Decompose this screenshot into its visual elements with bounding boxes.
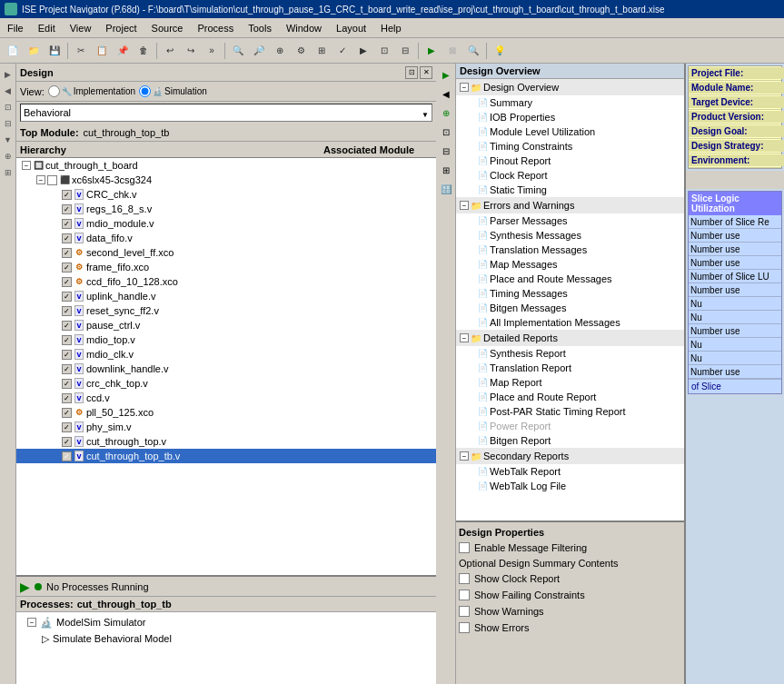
tree-checkbox[interactable]: ✓ [62, 219, 72, 229]
ov-item-0-6[interactable]: 📄Static Timing [456, 183, 684, 197]
ov-section-0[interactable]: −📁Design Overview [456, 79, 684, 95]
tree-item-1[interactable]: −⬛xc6slx45-3csg324 [16, 173, 436, 187]
tree-item-11[interactable]: ✓vpause_ctrl.v [16, 318, 436, 332]
ov-item-0-0[interactable]: 📄Summary [456, 95, 684, 110]
left-icon-3[interactable]: ⊡ [1, 100, 15, 114]
tb-play-green[interactable]: ▶ [422, 41, 442, 61]
menu-layout[interactable]: Layout [329, 21, 373, 35]
tb-bulb[interactable]: 💡 [490, 41, 510, 61]
ov-item-0-1[interactable]: 📄IOB Properties [456, 110, 684, 124]
tb-paste[interactable]: 📌 [113, 41, 133, 61]
menu-help[interactable]: Help [373, 21, 409, 35]
left-icon-2[interactable]: ◀ [1, 84, 15, 98]
float-btn-5[interactable]: ⊟ [437, 142, 455, 160]
menu-window[interactable]: Window [279, 21, 329, 35]
tb-delete[interactable]: 🗑 [134, 41, 154, 61]
process-item-0[interactable]: −🔬ModelSim Simulator [20, 614, 432, 630]
tb-stop-red[interactable]: ⊠ [442, 41, 462, 61]
ov-section-expand[interactable]: − [460, 201, 469, 210]
float-btn-6[interactable]: ⊞ [437, 161, 455, 179]
tree-checkbox[interactable]: ✓ [62, 451, 72, 461]
ov-item-1-1[interactable]: 📄Synthesis Messages [456, 228, 684, 243]
ov-section-2[interactable]: −📁Detailed Reports [456, 330, 684, 346]
tree-checkbox[interactable]: ✓ [62, 422, 72, 432]
ov-section-3[interactable]: −📁Secondary Reports [456, 448, 684, 464]
menu-project[interactable]: Project [98, 21, 144, 35]
ov-section-expand[interactable]: − [460, 83, 469, 92]
tree-checkbox[interactable]: ✓ [62, 379, 72, 389]
tree-item-0[interactable]: −🔲cut_through_t_board [16, 158, 436, 173]
float-btn-2[interactable]: ◀ [437, 84, 455, 103]
tb-save[interactable]: 💾 [45, 41, 65, 61]
ov-item-2-2[interactable]: 📄Map Report [456, 375, 684, 390]
tb-search2[interactable]: 🔎 [249, 41, 269, 61]
ov-item-2-6[interactable]: 📄Bitgen Report [456, 433, 684, 448]
tb-undo[interactable]: ↩ [160, 41, 180, 61]
tree-item-3[interactable]: ✓vregs_16_8_s.v [16, 202, 436, 216]
tb-new[interactable]: 📄 [3, 41, 23, 61]
ov-item-2-0[interactable]: 📄Synthesis Report [456, 346, 684, 361]
tree-checkbox[interactable]: ✓ [62, 364, 72, 374]
show-errors-check[interactable] [459, 622, 470, 633]
tb-copy[interactable]: 📋 [92, 41, 112, 61]
float-btn-7[interactable]: 🔠 [437, 180, 455, 198]
tree-checkbox[interactable]: ✓ [62, 393, 72, 403]
show-clock-report-check[interactable] [459, 573, 470, 584]
ov-item-3-1[interactable]: 📄WebTalk Log File [456, 479, 684, 493]
ov-item-0-4[interactable]: 📄Pinout Report [456, 154, 684, 168]
menu-process[interactable]: Process [190, 21, 241, 35]
tree-checkbox[interactable]: ✓ [62, 408, 72, 418]
tree-item-18[interactable]: ✓vphy_sim.v [16, 420, 436, 434]
ov-item-3-0[interactable]: 📄WebTalk Report [456, 464, 684, 479]
tb-run[interactable]: ▶ [353, 41, 373, 61]
tree-checkbox[interactable]: ✓ [62, 335, 72, 345]
sim-radio[interactable] [139, 85, 151, 97]
ov-item-2-5[interactable]: 📄Power Report [456, 419, 684, 433]
ov-item-2-1[interactable]: 📄Translation Report [456, 361, 684, 375]
tree-checkbox[interactable]: ✓ [62, 350, 72, 360]
tree-item-15[interactable]: ✓vcrc_chk_top.v [16, 376, 436, 391]
impl-radio[interactable] [48, 85, 60, 97]
tree-item-5[interactable]: ✓vdata_fifo.v [16, 231, 436, 245]
enable-message-filter-check[interactable] [459, 542, 470, 553]
show-failing-constraints-check[interactable] [459, 590, 470, 600]
ov-item-1-6[interactable]: 📄Bitgen Messages [456, 301, 684, 315]
left-icon-7[interactable]: ⊞ [1, 165, 15, 180]
tree-checkbox[interactable]: ✓ [62, 306, 72, 316]
panel-close-btn[interactable]: ✕ [420, 66, 432, 79]
menu-edit[interactable]: Edit [31, 21, 63, 35]
tree-item-17[interactable]: ✓⚙pll_50_125.xco [16, 405, 436, 420]
float-btn-3[interactable]: ⊕ [437, 104, 455, 122]
menu-view[interactable]: View [63, 21, 99, 35]
ov-item-1-5[interactable]: 📄Timing Messages [456, 286, 684, 301]
float-btn-1[interactable]: ▶ [437, 65, 455, 84]
tree-item-4[interactable]: ✓vmdio_module.v [16, 216, 436, 231]
tb-more[interactable]: » [202, 41, 222, 61]
tb-prop[interactable]: ⚙ [291, 41, 311, 61]
ov-item-2-3[interactable]: 📄Place and Route Report [456, 390, 684, 404]
tree-item-19[interactable]: ✓vcut_through_top.v [16, 434, 436, 449]
tree-item-2[interactable]: ✓vCRC_chk.v [16, 187, 436, 202]
tree-checkbox[interactable]: ✓ [62, 263, 72, 273]
ov-item-1-3[interactable]: 📄Map Messages [456, 257, 684, 272]
tb-run2[interactable]: ⊡ [374, 41, 394, 61]
menu-tools[interactable]: Tools [241, 21, 279, 35]
play-button[interactable]: ▶ [20, 580, 30, 594]
process-item-1[interactable]: ▷Simulate Behavioral Model [20, 630, 432, 647]
tree-checkbox[interactable] [47, 175, 57, 185]
menu-file[interactable]: File [0, 21, 31, 35]
ov-item-1-4[interactable]: 📄Place and Route Messages [456, 272, 684, 286]
tree-checkbox[interactable]: ✓ [62, 277, 72, 287]
impl-radio-label[interactable]: 🔧 Implementation [48, 85, 135, 97]
tree-checkbox[interactable]: ✓ [62, 292, 72, 302]
tb-open[interactable]: 📁 [24, 41, 44, 61]
ov-item-2-4[interactable]: 📄Post-PAR Static Timing Report [456, 404, 684, 419]
tree-expand-btn[interactable]: − [36, 175, 45, 184]
panel-restore-btn[interactable]: ⊡ [405, 66, 418, 79]
menu-source[interactable]: Source [144, 21, 191, 35]
tb-search[interactable]: 🔍 [228, 41, 248, 61]
tree-checkbox[interactable]: ✓ [62, 248, 72, 258]
tb-zoom[interactable]: 🔍 [463, 41, 483, 61]
left-icon-1[interactable]: ▶ [1, 67, 15, 82]
tb-redo[interactable]: ↪ [181, 41, 201, 61]
